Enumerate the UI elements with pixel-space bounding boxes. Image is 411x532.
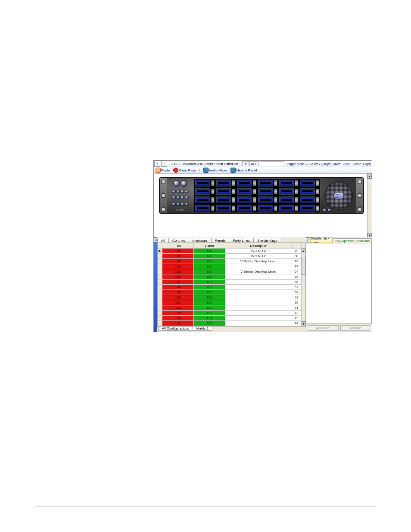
rotary-knob-icon[interactable] <box>181 180 187 187</box>
scroll-up-icon[interactable]: ▲ <box>302 249 305 253</box>
scroll-down-icon[interactable]: ▼ <box>302 321 305 326</box>
tab-special-keys[interactable]: Special Keys <box>253 238 281 243</box>
table-row[interactable]: 18618665 <box>158 274 301 280</box>
cell-listen[interactable]: 183 <box>194 259 225 264</box>
button-icon[interactable] <box>176 196 180 199</box>
cell-listen[interactable]: 186 <box>194 274 225 279</box>
cell-listen[interactable]: 195 <box>194 321 225 326</box>
cell-description[interactable] <box>225 300 292 305</box>
button-icon[interactable] <box>185 190 189 193</box>
scroll-up-icon[interactable]: ▲ <box>367 174 372 179</box>
panel-scrollbar[interactable]: ▲ ▼ <box>367 174 372 238</box>
cell-listen[interactable]: 190 <box>194 295 225 300</box>
lever-key[interactable] <box>194 204 215 213</box>
button-icon[interactable] <box>181 190 184 193</box>
table-row[interactable]: 18418477 <box>158 264 301 269</box>
button-icon[interactable] <box>323 208 327 212</box>
nav-forward-button[interactable]: › <box>161 161 167 167</box>
button-icon[interactable] <box>181 196 184 199</box>
cell-talk[interactable]: 181 <box>162 254 194 258</box>
cell-description[interactable] <box>225 285 292 289</box>
header-listen[interactable]: Listen <box>194 243 225 248</box>
cell-description[interactable] <box>225 295 292 300</box>
cell-talk[interactable]: 186 <box>162 274 194 279</box>
table-row[interactable]: 183183V-Series Desktop Lever78 <box>158 259 301 264</box>
header-description[interactable]: Description <box>225 243 293 248</box>
lever-key[interactable] <box>257 196 278 204</box>
sort-button[interactable]: A>Z <box>249 161 258 166</box>
lever-key[interactable] <box>299 179 320 187</box>
tab-party-lines[interactable]: Party Lines <box>229 238 254 243</box>
bottom-tab-matrix-1[interactable]: Matrix 1 <box>193 327 212 331</box>
tab-all[interactable]: All <box>157 238 169 243</box>
cell-talk[interactable]: 193 <box>162 311 194 315</box>
nav-back-button[interactable]: ‹ <box>154 161 160 167</box>
lever-key[interactable] <box>299 196 320 204</box>
cell-talk[interactable]: 194 <box>162 316 194 320</box>
rename-button[interactable]: Rename <box>340 325 370 331</box>
collapse-icon[interactable]: C <box>306 237 310 243</box>
lever-key[interactable] <box>278 187 299 196</box>
rack-panel[interactable]: XP75 V Clear-Com <box>159 177 364 214</box>
save-button[interactable]: Save <box>332 162 340 166</box>
table-row[interactable]: 181141IVC ND 280 <box>158 254 301 259</box>
lever-key[interactable] <box>236 196 257 204</box>
button-icon[interactable] <box>176 190 180 193</box>
zoom-dropdown[interactable]: Zoom <box>309 162 320 166</box>
lever-key[interactable] <box>236 187 257 196</box>
bottom-tab-all-configurations[interactable]: All Configurations <box>158 327 193 331</box>
table-row[interactable]: ▶180140IVC ND 279 <box>158 249 301 254</box>
lever-key[interactable] <box>194 196 215 204</box>
scroll-thumb[interactable] <box>302 257 305 275</box>
table-row[interactable]: 18918968 <box>158 290 301 295</box>
keys-link[interactable]: keys <box>324 162 330 166</box>
cell-talk[interactable]: 191 <box>162 300 194 305</box>
cell-listen[interactable]: 187 <box>194 280 225 284</box>
pin-icon[interactable]: 📌 <box>242 161 249 166</box>
button-icon[interactable] <box>181 202 184 206</box>
lever-key[interactable] <box>299 204 320 213</box>
cell-talk[interactable]: 192 <box>162 305 194 310</box>
identify-panel-button[interactable]: Identify Panel <box>230 168 257 173</box>
table-row[interactable]: 19219271 <box>158 305 301 311</box>
cell-description[interactable] <box>225 280 292 284</box>
table-row[interactable]: 19519574 <box>158 321 301 326</box>
header-talk[interactable]: Talk <box>162 243 194 248</box>
tab-panels[interactable]: Panels <box>211 238 229 243</box>
cell-listen[interactable]: 188 <box>194 285 225 289</box>
cell-talk[interactable]: 188 <box>162 285 194 289</box>
lever-key[interactable] <box>215 204 237 213</box>
button-icon[interactable] <box>176 202 180 206</box>
table-row[interactable]: 18718766 <box>158 280 301 285</box>
lever-key[interactable] <box>299 187 320 196</box>
search-input[interactable] <box>260 161 284 166</box>
cell-talk[interactable]: 190 <box>162 295 194 300</box>
lever-key[interactable] <box>278 196 299 204</box>
add-label-button[interactable]: Add label <box>308 325 338 331</box>
table-row[interactable]: 19419473 <box>158 316 301 321</box>
cell-description[interactable]: IVC ND 2 <box>225 249 292 253</box>
lever-key[interactable] <box>257 204 278 213</box>
cell-listen[interactable]: 141 <box>194 254 225 258</box>
button-icon[interactable] <box>172 190 176 193</box>
cell-description[interactable] <box>225 321 292 326</box>
grid-scrollbar[interactable]: ▲ ▼ <box>301 249 305 326</box>
cell-listen[interactable]: 192 <box>194 305 225 310</box>
cell-description[interactable]: IVC ND 2 <box>225 254 292 258</box>
page-dropdown[interactable]: Page: Main <box>287 162 306 166</box>
lever-key[interactable] <box>194 179 215 187</box>
audio-mixer-button[interactable]: Audio Mixer <box>203 168 227 173</box>
cell-description[interactable]: V-Series Desktop Lever <box>225 269 292 274</box>
cell-talk[interactable]: 180 <box>162 249 194 253</box>
cell-description[interactable] <box>225 311 292 315</box>
tab-controls[interactable]: Controls <box>168 238 189 243</box>
cell-description[interactable] <box>225 305 292 310</box>
lever-key[interactable] <box>194 187 215 196</box>
table-row[interactable]: 19119170 <box>158 300 301 305</box>
clear-button[interactable]: Clear <box>352 162 361 166</box>
tab-interfaces[interactable]: Interfaces <box>189 238 212 243</box>
cell-description[interactable] <box>225 290 292 295</box>
cell-talk[interactable]: 183 <box>162 259 194 264</box>
cell-listen[interactable]: 140 <box>194 249 225 253</box>
cell-talk[interactable]: 187 <box>162 280 194 284</box>
